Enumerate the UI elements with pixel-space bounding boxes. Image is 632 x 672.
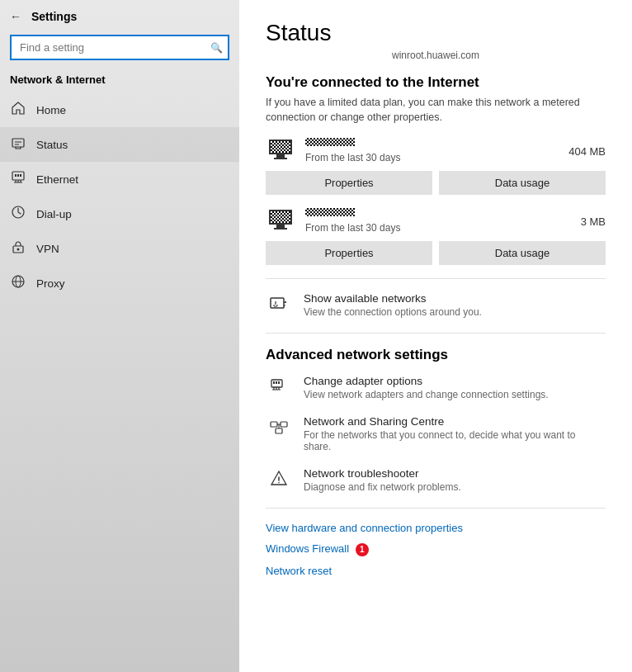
change-adapter-icon [266,375,292,395]
svg-rect-3 [17,174,19,177]
svg-point-19 [278,482,280,484]
network-buttons-2: Properties Data usage [266,241,606,265]
network-icon-2 [266,210,295,233]
sidebar-item-home[interactable]: Home [0,92,239,127]
sidebar-item-home-label: Home [36,104,66,116]
proxy-icon [10,274,26,292]
app-title: Settings [31,10,77,23]
dialup-icon [10,205,26,223]
show-networks-icon [266,292,292,314]
network-icon-1 [266,140,295,163]
network-card-1: From the last 30 days 404 MB Properties … [266,138,606,195]
change-adapter-title: Change adapter options [304,375,549,387]
svg-rect-0 [12,139,24,147]
network-size-2: 3 MB [581,215,606,228]
network-name-1 [305,138,355,146]
sidebar-item-status[interactable]: Status [0,127,239,162]
status-icon [10,135,26,154]
windows-firewall-label: Windows Firewall [266,542,349,555]
network-card-2: From the last 30 days 3 MB Properties Da… [266,208,606,265]
change-adapter-desc: View network adapters and change connect… [304,389,549,400]
sharing-centre-details: Network and Sharing Centre For the netwo… [304,415,606,452]
network-buttons-1: Properties Data usage [266,171,606,195]
show-networks-title: Show available networks [304,292,482,305]
firewall-badge: 1 [356,543,369,556]
back-button[interactable]: ← [7,8,25,25]
network-last-2: From the last 30 days [305,222,400,234]
troubleshooter-details: Network troubleshooter Diagnose and fix … [304,467,461,493]
sidebar-item-proxy[interactable]: Proxy [0,266,239,301]
properties-button-2[interactable]: Properties [266,241,432,265]
sidebar-item-ethernet[interactable]: Ethernet [0,162,239,196]
search-input[interactable] [10,35,229,60]
properties-button-1[interactable]: Properties [266,171,432,195]
troubleshooter-row[interactable]: Network troubleshooter Diagnose and fix … [266,467,606,493]
svg-rect-18 [276,428,282,433]
title-bar: ← Settings [0,0,239,31]
network-info-row-1: From the last 30 days 404 MB [266,138,606,164]
troubleshooter-desc: Diagnose and fix network problems. [304,481,461,493]
main-content: Status winroot.huawei.com You're connect… [239,0,632,672]
sidebar-item-vpn-label: VPN [36,243,59,255]
network-reset-link[interactable]: Network reset [266,565,606,577]
svg-rect-13 [273,381,275,384]
svg-point-7 [17,248,20,251]
sidebar-item-dialup[interactable]: Dial-up [0,196,239,231]
sidebar: ← Settings 🔍 Network & Internet Home Sta… [0,0,239,672]
divider-1 [266,278,606,279]
vpn-icon [10,239,26,258]
troubleshooter-icon [266,467,292,487]
sidebar-item-ethernet-label: Ethernet [36,173,78,186]
svg-point-11 [285,301,286,303]
network-details-2: From the last 30 days [305,208,581,234]
network-info-row-2: From the last 30 days 3 MB [266,208,606,234]
home-icon [10,101,26,119]
connected-desc: If you have a limited data plan, you can… [266,96,606,125]
sidebar-item-vpn[interactable]: VPN [0,231,239,266]
svg-rect-15 [278,381,280,384]
show-networks-details: Show available networks View the connect… [304,292,482,318]
svg-rect-4 [20,174,21,177]
divider-3 [266,508,606,509]
sidebar-item-proxy-label: Proxy [36,277,65,290]
section-header: Network & Internet [0,69,239,92]
ethernet-icon [10,170,26,188]
svg-rect-2 [15,174,17,177]
change-adapter-details: Change adapter options View network adap… [304,375,549,400]
sharing-centre-icon [266,415,292,435]
svg-rect-17 [281,422,287,427]
sharing-centre-desc: For the networks that you connect to, de… [304,429,606,452]
show-networks-desc: View the connection options around you. [304,306,482,318]
search-wrapper: 🔍 [0,31,239,69]
connected-heading: You're connected to the Internet [266,74,606,91]
sharing-centre-title: Network and Sharing Centre [304,415,606,428]
network-name-2 [305,208,355,216]
troubleshooter-title: Network troubleshooter [304,467,461,480]
data-usage-button-2[interactable]: Data usage [439,241,606,265]
windows-firewall-link[interactable]: Windows Firewall 1 [266,542,606,556]
svg-rect-16 [271,422,277,427]
data-usage-button-1[interactable]: Data usage [439,171,606,195]
network-details-1: From the last 30 days [305,138,568,164]
sidebar-item-status-label: Status [36,139,68,151]
change-adapter-row[interactable]: Change adapter options View network adap… [266,375,606,400]
network-size-1: 404 MB [568,145,606,158]
show-networks-row[interactable]: Show available networks View the connect… [266,292,606,318]
view-hardware-link[interactable]: View hardware and connection properties [266,522,606,534]
sharing-centre-row[interactable]: Network and Sharing Centre For the netwo… [266,415,606,452]
network-last-1: From the last 30 days [305,152,400,163]
sidebar-item-dialup-label: Dial-up [36,208,72,220]
url-subtitle: winroot.huawei.com [266,50,606,61]
page-title: Status [266,20,606,46]
svg-rect-14 [276,381,277,384]
advanced-heading: Advanced network settings [266,347,606,363]
divider-2 [266,333,606,334]
